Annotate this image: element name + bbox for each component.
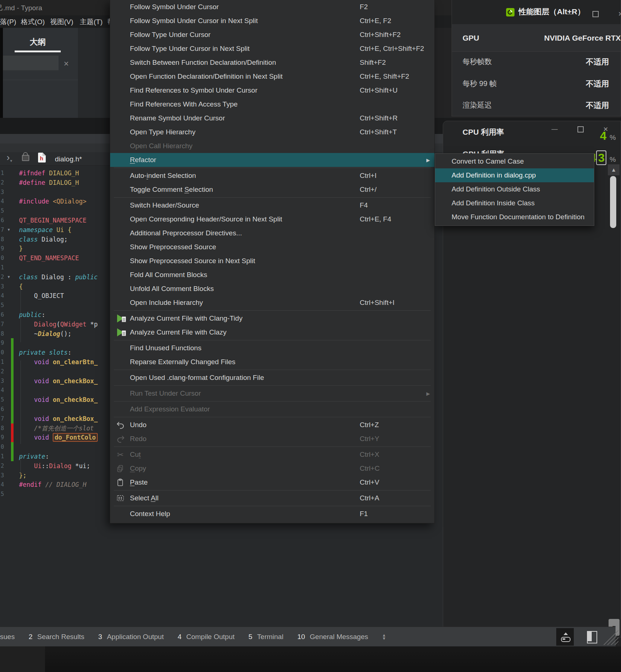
menu-item-additional-preprocessor-directives[interactable]: Additional Preprocessor Directives... bbox=[110, 226, 434, 240]
menu-item-paste[interactable]: PasteCtrl+V bbox=[110, 475, 434, 489]
menu-item-label: Undo bbox=[130, 421, 146, 429]
menu-item-refactor[interactable]: Refactor▶ bbox=[110, 153, 434, 167]
overlay-label: 渲染延迟 bbox=[463, 100, 492, 110]
menu-item-follow-symbol-under-cursor-in-next-split[interactable]: Follow Symbol Under Cursor in Next Split… bbox=[110, 14, 434, 28]
menu-item-analyze-current-file-with-clazy[interactable]: Analyze Current File with Clazy bbox=[110, 325, 434, 339]
menu-item-label: Run Test Under Cursor bbox=[130, 389, 201, 397]
menu-item-reparse-externally-changed-files[interactable]: Reparse Externally Changed Files bbox=[110, 355, 434, 369]
menu-item-cut: ✂CutCtrl+X bbox=[110, 448, 434, 462]
menu-item-label: Open Call Hierarchy bbox=[130, 142, 192, 150]
output-pane-sort-icon[interactable]: ▲▼ bbox=[382, 634, 386, 640]
line-number: 1 bbox=[1, 263, 4, 272]
scrollbar-thumb[interactable] bbox=[610, 176, 616, 228]
maximize-icon[interactable] bbox=[577, 126, 584, 132]
menu-item-undo[interactable]: UndoCtrl+Z bbox=[110, 418, 434, 432]
menu-item-select-all[interactable]: Select AllCtrl+A bbox=[110, 491, 434, 505]
menu-item-label: Redo bbox=[130, 435, 146, 443]
line-number: 8 bbox=[1, 235, 4, 244]
line-number: 4 bbox=[1, 291, 4, 300]
minimize-icon[interactable]: — bbox=[551, 126, 558, 133]
output-pane-general-messages[interactable]: 10General Messages bbox=[297, 633, 368, 641]
menu-item-auto-indent-selection[interactable]: Auto-indent SelectionCtrl+I bbox=[110, 169, 434, 183]
menu-item-show-preprocessed-source-in-next-split[interactable]: Show Preprocessed Source in Next Split bbox=[110, 254, 434, 268]
indent-guide bbox=[20, 289, 21, 342]
menu-separator bbox=[114, 370, 431, 370]
menu-item-toggle-comment-selection[interactable]: Toggle Comment SelectionCtrl+/ bbox=[110, 183, 434, 197]
line-number: 4 bbox=[1, 197, 4, 206]
line-number: 6 bbox=[1, 404, 4, 414]
code-line-25: void on_checkBox_ bbox=[19, 395, 98, 404]
bottom-strip bbox=[0, 646, 621, 672]
menu-item-fold-all-comment-blocks[interactable]: Fold All Comment Blocks bbox=[110, 268, 434, 282]
shortcut-label: Ctrl+Shift+U bbox=[360, 86, 397, 94]
menu-item-open-corresponding-header-source-in-next-split[interactable]: Open Corresponding Header/Source in Next… bbox=[110, 212, 434, 226]
menu-item-open-function-declaration-definition-in-next-split[interactable]: Open Function Declaration/Definition in … bbox=[110, 70, 434, 83]
output-pane-terminal[interactable]: 5Terminal bbox=[248, 633, 283, 641]
menu-item-open-include-hierarchy[interactable]: Open Include HierarchyCtrl+Shift+I bbox=[110, 296, 434, 310]
menu-item-label: Follow Type Under Cursor in Next Split bbox=[130, 45, 250, 53]
overlay-value: 4 % bbox=[600, 129, 616, 143]
code-line-28: /*首先创造一个slot bbox=[19, 423, 94, 433]
line-number: 5 bbox=[1, 489, 4, 499]
menu-item-open-type-hierarchy[interactable]: Open Type HierarchyCtrl+Shift+T bbox=[110, 125, 434, 139]
menu-item-find-references-to-symbol-under-cursor[interactable]: Find References to Symbol Under CursorCt… bbox=[110, 83, 434, 97]
menu-item-follow-type-under-cursor-in-next-split[interactable]: Follow Type Under Cursor in Next SplitCt… bbox=[110, 42, 434, 56]
nvidia-logo-icon bbox=[506, 8, 515, 16]
output-pane-compile-output[interactable]: 4Compile Output bbox=[177, 633, 235, 641]
line-number: 9 bbox=[1, 338, 4, 348]
minimize-icon[interactable]: — bbox=[567, 10, 573, 18]
maximize-icon[interactable] bbox=[592, 11, 599, 17]
code-editor[interactable]: 1#ifndef DIALOG_H2#define DIALOG_H34#inc… bbox=[0, 0, 110, 644]
menu-item-label: Open Include Hierarchy bbox=[130, 299, 203, 307]
menu-item-label: Select All bbox=[130, 494, 158, 502]
redo-icon bbox=[113, 433, 128, 445]
overlay-label: 每秒帧数 bbox=[463, 57, 492, 67]
menu-item-context-help[interactable]: Context HelpF1 bbox=[110, 507, 434, 521]
scrollbar-up-arrow[interactable]: ▲ bbox=[608, 164, 620, 175]
toggle-right-sidebar-button[interactable] bbox=[586, 630, 599, 644]
menu-item-label: Find Unused Functions bbox=[130, 344, 201, 352]
submenu-item-add-definition-inside-class[interactable]: Add Definition Inside Class bbox=[435, 196, 594, 210]
menu-item-label: Rename Symbol Under Cursor bbox=[130, 114, 225, 122]
line-number: 5 bbox=[1, 206, 4, 216]
shortcut-label: F4 bbox=[360, 201, 368, 209]
submenu-item-convert-to-camel-case[interactable]: Convert to Camel Case bbox=[435, 154, 594, 168]
line-number: 2 bbox=[1, 178, 4, 187]
menu-item-follow-symbol-under-cursor[interactable]: Follow Symbol Under CursorF2 bbox=[110, 0, 434, 14]
fold-marker-icon[interactable]: ▼ bbox=[7, 225, 11, 235]
build-progress-button[interactable] bbox=[556, 628, 574, 646]
menu-item-follow-type-under-cursor[interactable]: Follow Type Under CursorCtrl+Shift+F2 bbox=[110, 28, 434, 42]
fold-marker-icon[interactable]: ▼ bbox=[7, 272, 11, 282]
output-pane-sues[interactable]: sues bbox=[0, 633, 15, 641]
menu-item-find-references-with-access-type[interactable]: Find References With Access Type bbox=[110, 97, 434, 111]
menu-item-label: Find References to Symbol Under Cursor bbox=[130, 86, 257, 94]
shortcut-label: Ctrl+X bbox=[360, 451, 379, 459]
menu-item-analyze-current-file-with-clang-tidy[interactable]: Analyze Current File with Clang-Tidy bbox=[110, 311, 434, 325]
menu-item-show-preprocessed-source[interactable]: Show Preprocessed Source bbox=[110, 240, 434, 254]
line-number: 3 bbox=[1, 282, 4, 291]
menu-item-switch-between-function-declaration-definition[interactable]: Switch Between Function Declaration/Defi… bbox=[110, 56, 434, 70]
shortcut-label: Ctrl+E, Ctrl+Shift+F2 bbox=[360, 45, 424, 53]
menu-item-open-used-clang-format-configuration-file[interactable]: Open Used .clang-format Configuration Fi… bbox=[110, 371, 434, 385]
menu-separator bbox=[114, 340, 431, 340]
shortcut-label: Ctrl+Y bbox=[360, 435, 379, 443]
menu-item-switch-header-source[interactable]: Switch Header/SourceF4 bbox=[110, 198, 434, 212]
shortcut-label: Shift+F2 bbox=[360, 59, 386, 67]
menu-item-label: Show Preprocessed Source bbox=[130, 243, 216, 251]
menu-item-label: Follow Symbol Under Cursor bbox=[130, 3, 219, 11]
submenu-item-add-definition-outside-class[interactable]: Add Definition Outside Class bbox=[435, 182, 594, 196]
output-pane-search-results[interactable]: 2Search Results bbox=[29, 633, 84, 641]
line-number: 1 bbox=[1, 168, 4, 178]
code-line-17: Dialog(QWidget *p bbox=[19, 320, 98, 329]
output-pane-application-output[interactable]: 3Application Output bbox=[98, 633, 164, 641]
menu-item-find-unused-functions[interactable]: Find Unused Functions bbox=[110, 341, 434, 355]
line-number: 3 bbox=[1, 376, 4, 386]
menu-item-unfold-all-comment-blocks[interactable]: Unfold All Comment Blocks bbox=[110, 282, 434, 296]
nvidia-overlay-title: 性能图层（Alt+R） bbox=[519, 7, 585, 17]
submenu-item-add-definition-in-dialog-cpp[interactable]: Add Definition in dialog.cpp bbox=[435, 168, 594, 182]
close-icon[interactable]: ✕ bbox=[618, 10, 621, 18]
code-line-6: QT_BEGIN_NAMESPACE bbox=[19, 216, 86, 225]
menu-item-rename-symbol-under-cursor[interactable]: Rename Symbol Under CursorCtrl+Shift+R bbox=[110, 111, 434, 125]
submenu-item-move-function-documentation-to-definition[interactable]: Move Function Documentation to Definitio… bbox=[435, 210, 594, 224]
indent-guide bbox=[20, 455, 21, 475]
